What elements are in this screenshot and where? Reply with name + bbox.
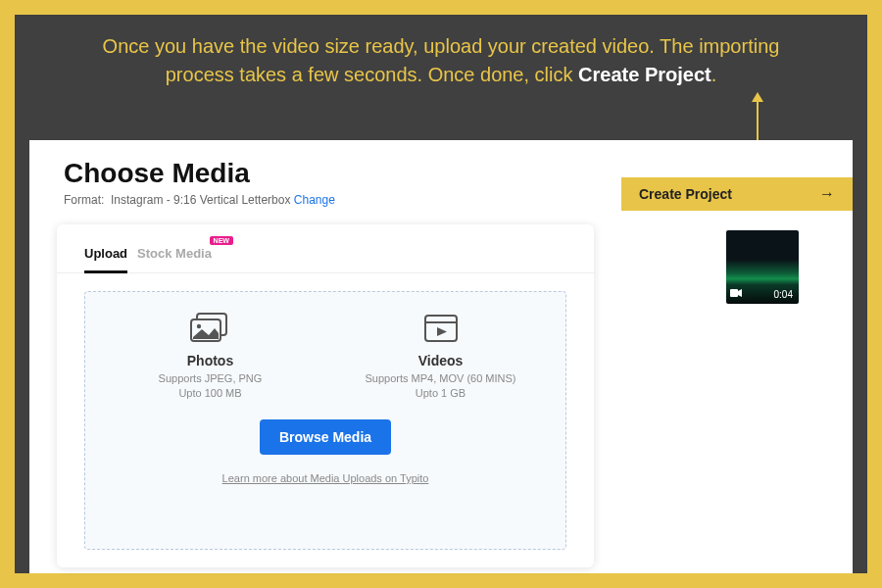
create-project-label: Create Project xyxy=(639,186,732,202)
tutorial-frame: Once you have the video size ready, uplo… xyxy=(15,15,867,573)
videos-column: Videos Supports MP4, MOV (60 MINS) Upto … xyxy=(325,312,556,402)
new-badge: NEW xyxy=(210,236,233,245)
instruction-emphasis: Create Project xyxy=(578,64,711,85)
tab-stock-media[interactable]: Stock Media NEW xyxy=(137,246,212,272)
video-thumbnail[interactable]: 0:04 xyxy=(726,230,799,304)
change-format-link[interactable]: Change xyxy=(294,193,335,207)
format-label: Format: xyxy=(64,193,104,207)
upload-types: Photos Supports JPEG, PNG Upto 100 MB xyxy=(95,312,556,402)
app-surface: Choose Media Format: Instagram - 9:16 Ve… xyxy=(29,140,853,573)
format-value: Instagram - 9:16 Vertical Letterbox xyxy=(111,193,290,207)
instruction-part2: . xyxy=(711,64,717,85)
instruction-text: Once you have the video size ready, uplo… xyxy=(15,15,867,99)
videos-icon xyxy=(419,312,463,345)
tab-upload[interactable]: Upload xyxy=(84,246,127,272)
photos-sub1: Supports JPEG, PNG xyxy=(95,371,325,386)
svg-rect-4 xyxy=(425,316,457,341)
videos-title: Videos xyxy=(325,353,556,368)
browse-media-button[interactable]: Browse Media xyxy=(260,419,391,455)
photos-title: Photos xyxy=(95,353,325,368)
format-line: Format: Instagram - 9:16 Vertical Letter… xyxy=(64,193,335,207)
svg-rect-0 xyxy=(730,289,738,297)
arrow-right-icon: → xyxy=(819,185,835,203)
page-heading: Choose Media xyxy=(64,158,250,189)
videos-sub1: Supports MP4, MOV (60 MINS) xyxy=(325,371,556,386)
svg-point-3 xyxy=(196,324,200,328)
tab-upload-label: Upload xyxy=(84,246,127,261)
learn-more-link[interactable]: Learn more about Media Uploads on Typito xyxy=(222,472,429,484)
tab-stock-label: Stock Media xyxy=(137,246,212,261)
thumbnail-duration: 0:04 xyxy=(774,289,793,300)
photos-column: Photos Supports JPEG, PNG Upto 100 MB xyxy=(95,312,325,402)
videos-sub2: Upto 1 GB xyxy=(325,386,556,401)
video-camera-icon xyxy=(730,288,742,300)
photos-icon xyxy=(189,312,232,345)
page-title: Choose Media xyxy=(64,158,250,189)
media-card: Upload Stock Media NEW xyxy=(57,224,594,567)
create-project-button[interactable]: Create Project → xyxy=(621,177,853,211)
upload-dropzone[interactable]: Photos Supports JPEG, PNG Upto 100 MB xyxy=(84,291,566,550)
photos-sub2: Upto 100 MB xyxy=(95,386,325,401)
tabs-row: Upload Stock Media NEW xyxy=(57,224,594,273)
